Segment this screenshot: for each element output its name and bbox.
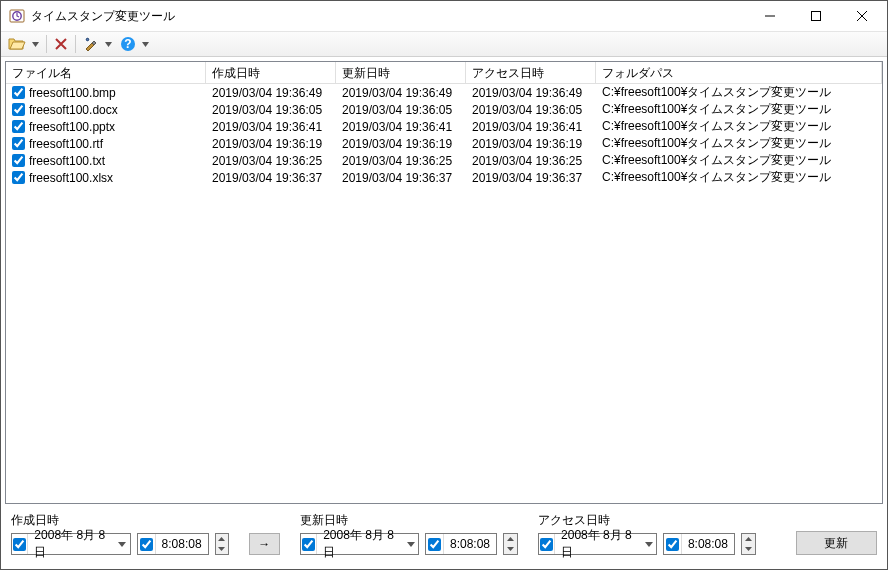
grid-header: ファイル名 作成日時 更新日時 アクセス日時 フォルダパス	[6, 62, 882, 84]
chevron-down-icon[interactable]	[404, 534, 418, 554]
modified-date-picker[interactable]: 2008年 8月 8日	[300, 533, 419, 555]
cell-created: 2019/03/04 19:36:37	[206, 171, 336, 185]
cell-accessed: 2019/03/04 19:36:25	[466, 154, 596, 168]
table-row[interactable]: freesoft100.docx2019/03/04 19:36:052019/…	[6, 101, 882, 118]
table-row[interactable]: freesoft100.rtf2019/03/04 19:36:192019/0…	[6, 135, 882, 152]
cell-folder: C:¥freesoft100¥タイムスタンプ変更ツール	[596, 152, 882, 169]
group-modified: 更新日時 2008年 8月 8日 8:08:08	[300, 512, 518, 555]
col-name[interactable]: ファイル名	[6, 62, 206, 83]
cell-modified: 2019/03/04 19:36:25	[336, 154, 466, 168]
cell-created: 2019/03/04 19:36:19	[206, 137, 336, 151]
update-button[interactable]: 更新	[796, 531, 877, 555]
cell-accessed: 2019/03/04 19:36:49	[466, 86, 596, 100]
modified-time-picker[interactable]: 8:08:08	[425, 533, 497, 555]
cell-modified: 2019/03/04 19:36:49	[336, 86, 466, 100]
row-check[interactable]	[12, 137, 25, 150]
cell-folder: C:¥freesoft100¥タイムスタンプ変更ツール	[596, 84, 882, 101]
svg-text:?: ?	[124, 37, 131, 51]
created-date-picker[interactable]: 2008年 8月 8日	[11, 533, 131, 555]
accessed-time-spinner[interactable]	[741, 533, 756, 555]
title-bar: タイムスタンプ変更ツール	[1, 1, 887, 31]
row-check[interactable]	[12, 86, 25, 99]
cell-created: 2019/03/04 19:36:05	[206, 103, 336, 117]
chevron-down-icon[interactable]	[115, 534, 129, 554]
file-grid: ファイル名 作成日時 更新日時 アクセス日時 フォルダパス freesoft10…	[5, 61, 883, 504]
group-accessed: アクセス日時 2008年 8月 8日 8:08:08	[538, 512, 756, 555]
group-created: 作成日時 2008年 8月 8日 8:08:08 →	[11, 512, 280, 555]
apply-arrow-button[interactable]: →	[249, 533, 280, 555]
cell-created: 2019/03/04 19:36:41	[206, 120, 336, 134]
file-name: freesoft100.xlsx	[29, 171, 113, 185]
app-icon	[9, 8, 25, 24]
delete-button[interactable]	[51, 33, 71, 55]
cell-folder: C:¥freesoft100¥タイムスタンプ変更ツール	[596, 101, 882, 118]
file-name: freesoft100.txt	[29, 154, 105, 168]
row-check[interactable]	[12, 154, 25, 167]
settings-dropdown[interactable]	[102, 33, 115, 55]
file-name: freesoft100.bmp	[29, 86, 116, 100]
created-time-picker[interactable]: 8:08:08	[137, 533, 209, 555]
accessed-time-check[interactable]	[666, 538, 679, 551]
row-check[interactable]	[12, 171, 25, 184]
cell-folder: C:¥freesoft100¥タイムスタンプ変更ツール	[596, 118, 882, 135]
close-button[interactable]	[839, 1, 885, 31]
minimize-button[interactable]	[747, 1, 793, 31]
modified-date-check[interactable]	[302, 538, 315, 551]
cell-modified: 2019/03/04 19:36:37	[336, 171, 466, 185]
maximize-button[interactable]	[793, 1, 839, 31]
open-button[interactable]	[5, 33, 27, 55]
row-check[interactable]	[12, 120, 25, 133]
col-folder[interactable]: フォルダパス	[596, 62, 882, 83]
table-row[interactable]: freesoft100.bmp2019/03/04 19:36:492019/0…	[6, 84, 882, 101]
cell-created: 2019/03/04 19:36:49	[206, 86, 336, 100]
table-row[interactable]: freesoft100.txt2019/03/04 19:36:252019/0…	[6, 152, 882, 169]
cell-modified: 2019/03/04 19:36:05	[336, 103, 466, 117]
modified-time-spinner[interactable]	[503, 533, 518, 555]
cell-folder: C:¥freesoft100¥タイムスタンプ変更ツール	[596, 135, 882, 152]
file-name: freesoft100.rtf	[29, 137, 103, 151]
created-time-spinner[interactable]	[215, 533, 230, 555]
col-created[interactable]: 作成日時	[206, 62, 336, 83]
open-dropdown[interactable]	[29, 33, 42, 55]
cell-accessed: 2019/03/04 19:36:19	[466, 137, 596, 151]
cell-created: 2019/03/04 19:36:25	[206, 154, 336, 168]
cell-accessed: 2019/03/04 19:36:05	[466, 103, 596, 117]
cell-accessed: 2019/03/04 19:36:37	[466, 171, 596, 185]
main-area: ファイル名 作成日時 更新日時 アクセス日時 フォルダパス freesoft10…	[1, 57, 887, 569]
accessed-date-check[interactable]	[540, 538, 553, 551]
grid-body[interactable]: freesoft100.bmp2019/03/04 19:36:492019/0…	[6, 84, 882, 503]
svg-rect-2	[812, 12, 821, 21]
help-button[interactable]: ?	[117, 33, 137, 55]
window-title: タイムスタンプ変更ツール	[31, 8, 747, 25]
cell-modified: 2019/03/04 19:36:41	[336, 120, 466, 134]
settings-button[interactable]	[80, 33, 100, 55]
row-check[interactable]	[12, 103, 25, 116]
separator	[75, 35, 76, 53]
created-time-check[interactable]	[140, 538, 153, 551]
col-modified[interactable]: 更新日時	[336, 62, 466, 83]
col-accessed[interactable]: アクセス日時	[466, 62, 596, 83]
table-row[interactable]: freesoft100.pptx2019/03/04 19:36:412019/…	[6, 118, 882, 135]
cell-accessed: 2019/03/04 19:36:41	[466, 120, 596, 134]
chevron-down-icon[interactable]	[642, 534, 656, 554]
file-name: freesoft100.pptx	[29, 120, 115, 134]
modified-time-check[interactable]	[428, 538, 441, 551]
table-row[interactable]: freesoft100.xlsx2019/03/04 19:36:372019/…	[6, 169, 882, 186]
file-name: freesoft100.docx	[29, 103, 118, 117]
cell-modified: 2019/03/04 19:36:19	[336, 137, 466, 151]
cell-folder: C:¥freesoft100¥タイムスタンプ変更ツール	[596, 169, 882, 186]
edit-panel: 作成日時 2008年 8月 8日 8:08:08 → 更新日時	[5, 504, 883, 565]
accessed-date-picker[interactable]: 2008年 8月 8日	[538, 533, 657, 555]
created-date-check[interactable]	[13, 538, 26, 551]
toolbar: ?	[1, 31, 887, 57]
accessed-time-picker[interactable]: 8:08:08	[663, 533, 735, 555]
help-dropdown[interactable]	[139, 33, 152, 55]
separator	[46, 35, 47, 53]
